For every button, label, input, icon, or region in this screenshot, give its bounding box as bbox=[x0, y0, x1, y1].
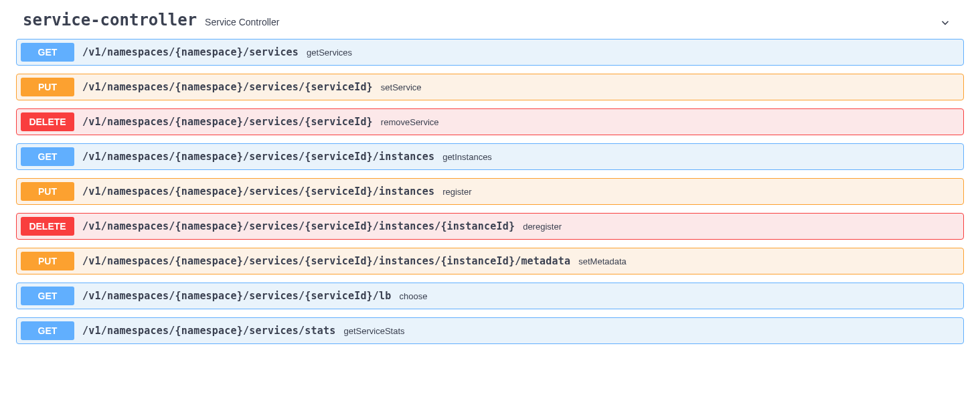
operation-row[interactable]: PUT/v1/namespaces/{namespace}/services/{… bbox=[16, 248, 964, 274]
operation-row[interactable]: DELETE/v1/namespaces/{namespace}/service… bbox=[16, 108, 964, 135]
operations-list: GET/v1/namespaces/{namespace}/servicesge… bbox=[16, 39, 964, 344]
operation-path: /v1/namespaces/{namespace}/services bbox=[82, 46, 299, 58]
section-title: service-controller bbox=[23, 11, 197, 29]
operation-summary: deregister bbox=[523, 222, 562, 232]
method-badge-get: GET bbox=[21, 147, 74, 166]
method-badge-put: PUT bbox=[21, 78, 74, 96]
chevron-down-icon[interactable] bbox=[938, 16, 952, 29]
operation-summary: getServiceStats bbox=[343, 326, 404, 336]
operation-row[interactable]: PUT/v1/namespaces/{namespace}/services/{… bbox=[16, 74, 964, 100]
operation-row[interactable]: DELETE/v1/namespaces/{namespace}/service… bbox=[16, 213, 964, 240]
method-badge-get: GET bbox=[21, 287, 74, 305]
operation-path: /v1/namespaces/{namespace}/services/{ser… bbox=[82, 220, 515, 232]
operation-row[interactable]: GET/v1/namespaces/{namespace}/servicesge… bbox=[16, 39, 964, 66]
section-description: Service Controller bbox=[205, 17, 279, 27]
operation-path: /v1/namespaces/{namespace}/services/{ser… bbox=[82, 290, 392, 302]
method-badge-get: GET bbox=[21, 321, 74, 340]
method-badge-put: PUT bbox=[21, 182, 74, 201]
operation-row[interactable]: PUT/v1/namespaces/{namespace}/services/{… bbox=[16, 178, 964, 205]
operation-summary: setMetadata bbox=[578, 256, 627, 266]
method-badge-delete: DELETE bbox=[21, 217, 74, 236]
operation-summary: choose bbox=[400, 291, 428, 301]
operation-summary: setService bbox=[381, 82, 422, 92]
operation-row[interactable]: GET/v1/namespaces/{namespace}/services/{… bbox=[16, 283, 964, 309]
operation-summary: getInstances bbox=[442, 152, 492, 162]
section-header[interactable]: service-controller Service Controller bbox=[16, 7, 964, 39]
operation-row[interactable]: GET/v1/namespaces/{namespace}/services/s… bbox=[16, 317, 964, 344]
operation-summary: register bbox=[442, 187, 471, 197]
operation-path: /v1/namespaces/{namespace}/services/stat… bbox=[82, 325, 335, 337]
method-badge-get: GET bbox=[21, 43, 74, 62]
operation-path: /v1/namespaces/{namespace}/services/{ser… bbox=[82, 151, 434, 163]
method-badge-put: PUT bbox=[21, 252, 74, 270]
operation-row[interactable]: GET/v1/namespaces/{namespace}/services/{… bbox=[16, 143, 964, 170]
operation-summary: removeService bbox=[381, 117, 439, 127]
operation-path: /v1/namespaces/{namespace}/services/{ser… bbox=[82, 81, 373, 93]
method-badge-delete: DELETE bbox=[21, 112, 74, 131]
operation-path: /v1/namespaces/{namespace}/services/{ser… bbox=[82, 185, 434, 197]
operation-path: /v1/namespaces/{namespace}/services/{ser… bbox=[82, 116, 373, 128]
operation-path: /v1/namespaces/{namespace}/services/{ser… bbox=[82, 255, 570, 267]
operation-summary: getServices bbox=[307, 48, 352, 58]
